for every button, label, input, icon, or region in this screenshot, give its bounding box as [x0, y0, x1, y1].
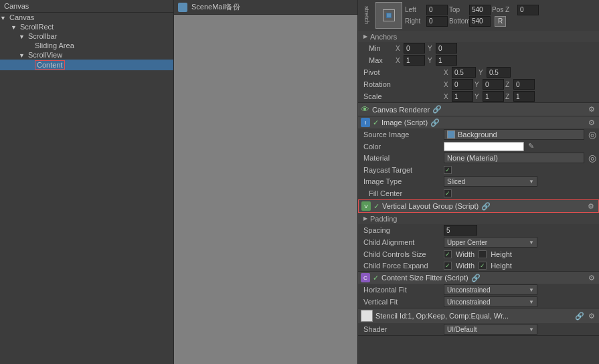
fill-center-checkbox[interactable]	[444, 189, 452, 197]
scene-viewport[interactable]	[174, 15, 357, 364]
hierarchy-item-sliding-area[interactable]: ▶ Sliding Area	[0, 41, 173, 50]
spacing-input[interactable]	[444, 225, 477, 236]
vlg-checkmark: ✓	[373, 202, 379, 211]
posz-input[interactable]	[517, 5, 539, 15]
rot-z-input[interactable]	[513, 79, 535, 90]
color-swatch[interactable]	[444, 142, 524, 151]
material-value: None (Material) ◎	[444, 153, 596, 163]
hierarchy-item-content[interactable]: ▶ Content	[0, 60, 173, 70]
hierarchy-item-canvas[interactable]: ▼ Canvas	[0, 13, 173, 22]
child-controls-value: Width Height	[444, 250, 512, 258]
shader-section: Stencil Id:1, Op:Keep, Comp:Equal, Wr...…	[358, 308, 599, 336]
rect-transform-section: stretch Left Top Pos Z	[358, 0, 599, 103]
material-label: Material	[363, 154, 444, 162]
shader-title: Stencil Id:1, Op:Keep, Comp:Equal, Wr...	[375, 312, 572, 320]
rot-y-label: Y	[475, 81, 483, 88]
scale-z-label: Z	[505, 93, 513, 100]
material-pick[interactable]: ◎	[588, 153, 596, 163]
raycast-checkbox[interactable]	[444, 166, 452, 174]
anchors-header[interactable]: ▶ Anchors	[358, 31, 599, 42]
csf-section: C ✓ Content Size Fitter (Script) 🔗 ⚙ Hor…	[358, 272, 599, 308]
shader-link[interactable]: 🔗	[575, 311, 584, 321]
scale-x-input[interactable]	[452, 91, 473, 102]
item-label: ScrollRect	[20, 23, 54, 31]
child-controls-height-checkbox[interactable]	[479, 250, 487, 258]
hierarchy-item-scrollview[interactable]: ▼ ScrollView	[0, 50, 173, 60]
vlg-link[interactable]: 🔗	[481, 201, 491, 211]
min-y-label: Y	[428, 45, 436, 52]
hierarchy-item-scrollbar[interactable]: ▼ Scrollbar	[0, 31, 173, 41]
vertical-fit-row: Vertical Fit Unconstrained ▼	[358, 296, 599, 308]
image-link[interactable]: 🔗	[430, 118, 440, 127]
pivot-y-label: Y	[479, 69, 487, 76]
raycast-label: Raycast Target	[363, 166, 444, 174]
max-y-input[interactable]	[436, 55, 457, 66]
child-force-width-checkbox[interactable]	[444, 262, 452, 270]
rot-x-input[interactable]	[452, 79, 473, 90]
child-controls-width-checkbox[interactable]	[444, 250, 452, 258]
rot-y-input[interactable]	[483, 79, 504, 90]
canvas-renderer-header: 👁 Canvas Renderer 🔗 ⚙	[358, 103, 599, 116]
min-x-input[interactable]	[404, 43, 425, 54]
hierarchy-item-scrollrect[interactable]: ▼ ScrollRect	[0, 22, 173, 31]
shader-label: Shader	[363, 325, 444, 333]
right-input[interactable]	[426, 16, 448, 27]
anchors-min-row: Min X Y	[358, 42, 599, 54]
canvas-renderer-gear[interactable]: ⚙	[587, 105, 596, 114]
bottom-input[interactable]	[469, 16, 491, 27]
left-input[interactable]	[426, 5, 448, 15]
source-image-pick[interactable]: ◎	[588, 129, 596, 140]
material-field[interactable]: None (Material)	[444, 153, 584, 163]
padding-header[interactable]: ▶ Padding	[358, 213, 599, 224]
vlg-gear[interactable]: ⚙	[586, 201, 596, 211]
shader-dropdown[interactable]: UI/Default ▼	[444, 324, 537, 335]
image-checkmark: ✓	[373, 118, 379, 127]
min-y-input[interactable]	[436, 43, 457, 54]
material-name: None (Material)	[447, 154, 498, 162]
fill-center-row: Fill Center	[358, 187, 599, 199]
top-input[interactable]	[469, 5, 491, 15]
stretch-label: stretch	[363, 6, 370, 24]
color-edit[interactable]: ✎	[528, 142, 534, 151]
horizontal-fit-dropdown[interactable]: Unconstrained ▼	[444, 284, 537, 295]
child-alignment-dropdown[interactable]: Upper Center ▼	[444, 237, 537, 248]
image-type-dropdown[interactable]: Sliced ▼	[444, 176, 537, 187]
scale-x-label: X	[444, 93, 452, 100]
pivot-y-input[interactable]	[487, 67, 511, 78]
image-gear[interactable]: ⚙	[587, 118, 596, 127]
padding-label: Padding	[370, 215, 397, 223]
image-title: Image (Script)	[381, 118, 428, 126]
right-label: Right	[405, 17, 425, 25]
source-image-value: Background ◎	[444, 129, 596, 140]
material-row: Material None (Material) ◎	[358, 152, 599, 164]
anchor-widget[interactable]	[375, 2, 402, 29]
min-label: Min	[369, 44, 396, 52]
max-y-label: Y	[428, 57, 436, 64]
hierarchy-header: Canvas	[0, 0, 173, 13]
csf-gear[interactable]: ⚙	[587, 273, 596, 282]
anchors-max-row: Max X Y	[358, 54, 599, 66]
scale-z-input[interactable]	[513, 91, 535, 102]
max-x-input[interactable]	[404, 55, 425, 66]
expand-arrow: ▼	[11, 24, 17, 31]
r-button[interactable]: R	[495, 16, 506, 27]
canvas-renderer-link[interactable]: 🔗	[432, 105, 442, 114]
scale-y-input[interactable]	[483, 91, 504, 102]
rot-z-label: Z	[505, 81, 513, 88]
eye-icon: 👁	[361, 104, 369, 114]
color-label: Color	[363, 143, 444, 151]
horizontal-fit-row: Horizontal Fit Unconstrained ▼	[358, 284, 599, 296]
posz-label: Pos Z	[492, 6, 516, 13]
vertical-fit-dropdown[interactable]: Unconstrained ▼	[444, 296, 537, 307]
fill-center-label: Fill Center	[363, 189, 444, 197]
child-controls-row: Child Controls Size Width Height	[358, 248, 599, 260]
child-force-height-checkbox[interactable]	[479, 262, 487, 270]
r-button-container: R	[495, 16, 506, 27]
shader-gear[interactable]: ⚙	[587, 311, 596, 321]
source-image-label: Source Image	[363, 130, 444, 139]
scene-panel: SceneMail备份	[174, 0, 358, 364]
padding-arrow: ▶	[363, 215, 367, 221]
csf-link[interactable]: 🔗	[471, 273, 481, 282]
source-image-field[interactable]: Background	[444, 129, 584, 140]
pivot-x-input[interactable]	[452, 67, 476, 78]
